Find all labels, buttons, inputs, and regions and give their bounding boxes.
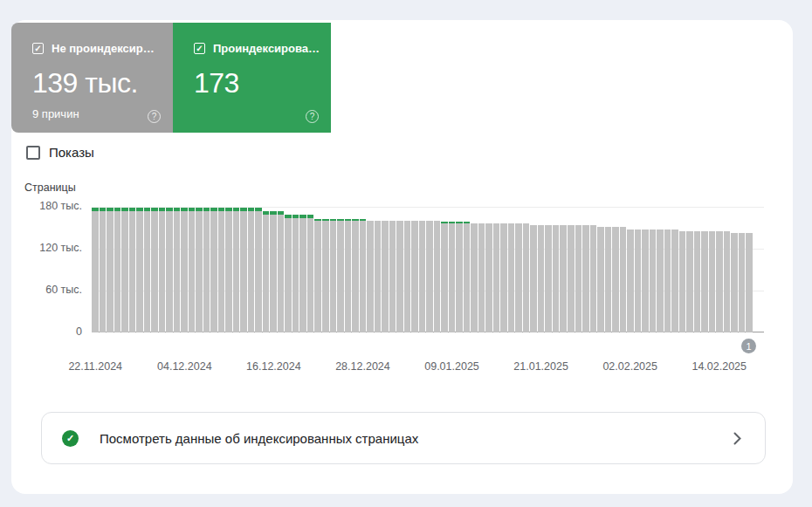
bar[interactable]	[210, 208, 217, 332]
checkbox-indexed[interactable]: ✓	[194, 43, 205, 54]
bar[interactable]	[248, 208, 255, 332]
bar[interactable]	[203, 208, 210, 332]
bar[interactable]	[515, 223, 522, 332]
bar[interactable]	[724, 231, 731, 332]
bar[interactable]	[174, 208, 181, 332]
bar[interactable]	[582, 225, 589, 332]
bar[interactable]	[597, 227, 604, 332]
bar[interactable]	[471, 223, 478, 332]
card-indexed[interactable]: ✓ Проиндексирова… 173 ?	[173, 23, 331, 133]
bar[interactable]	[396, 221, 403, 332]
bar[interactable]	[285, 215, 292, 332]
bar[interactable]	[449, 222, 456, 332]
view-indexed-pages-banner[interactable]: ✓ Посмотреть данные об индексированных с…	[41, 412, 766, 464]
bar[interactable]	[716, 231, 723, 332]
bar[interactable]	[441, 222, 448, 332]
bar[interactable]	[404, 221, 411, 332]
bar[interactable]	[255, 208, 262, 332]
bar[interactable]	[367, 221, 374, 332]
bar[interactable]	[426, 221, 433, 332]
bar[interactable]	[107, 208, 114, 332]
bar[interactable]	[731, 233, 738, 332]
bar[interactable]	[650, 230, 657, 332]
bar[interactable]	[523, 223, 530, 332]
bar[interactable]	[605, 227, 612, 332]
bar[interactable]	[100, 208, 107, 332]
bar[interactable]	[151, 208, 158, 332]
bar[interactable]	[270, 211, 277, 332]
bar[interactable]	[560, 225, 567, 332]
bar[interactable]	[121, 208, 128, 332]
bar[interactable]	[181, 208, 188, 332]
bar[interactable]	[337, 219, 344, 332]
bar[interactable]	[389, 221, 396, 332]
bar[interactable]	[411, 221, 418, 332]
bar[interactable]	[530, 225, 537, 332]
help-icon[interactable]: ?	[306, 110, 319, 123]
bar[interactable]	[129, 208, 136, 332]
bar[interactable]	[196, 208, 203, 332]
bar[interactable]	[464, 222, 471, 332]
bar[interactable]	[627, 230, 634, 332]
bar[interactable]	[314, 219, 321, 332]
bar[interactable]	[493, 223, 500, 332]
bar[interactable]	[299, 215, 306, 332]
bar[interactable]	[538, 225, 545, 332]
bar[interactable]	[240, 208, 247, 332]
bar[interactable]	[159, 208, 166, 332]
checkbox-impressions[interactable]	[26, 146, 40, 160]
bar[interactable]	[345, 219, 352, 332]
bar[interactable]	[136, 208, 143, 332]
bar[interactable]	[701, 231, 708, 332]
chevron-right-icon[interactable]	[733, 431, 742, 446]
bar[interactable]	[664, 230, 671, 332]
bar[interactable]	[575, 225, 582, 332]
bar[interactable]	[225, 208, 232, 332]
bar[interactable]	[694, 231, 701, 332]
bar[interactable]	[739, 233, 746, 332]
bar[interactable]	[485, 223, 492, 332]
bar[interactable]	[360, 219, 367, 332]
bar[interactable]	[166, 208, 173, 332]
bar[interactable]	[292, 215, 299, 332]
bar[interactable]	[263, 211, 270, 332]
bar[interactable]	[330, 219, 337, 332]
checkbox-not-indexed[interactable]: ✓	[32, 43, 44, 54]
bar[interactable]	[307, 215, 314, 332]
bar[interactable]	[434, 221, 441, 332]
bar[interactable]	[278, 211, 285, 332]
bar[interactable]	[114, 208, 121, 332]
bar[interactable]	[419, 221, 426, 332]
bar[interactable]	[375, 221, 382, 332]
bar[interactable]	[620, 227, 627, 332]
bar[interactable]	[642, 230, 649, 332]
bar[interactable]	[590, 225, 597, 332]
bar[interactable]	[568, 225, 575, 332]
bar[interactable]	[686, 231, 693, 332]
bar-indexed-cap	[92, 208, 99, 211]
bar[interactable]	[92, 208, 99, 332]
bar[interactable]	[233, 208, 240, 332]
bar[interactable]	[545, 225, 552, 332]
bar[interactable]	[456, 222, 463, 332]
bar[interactable]	[612, 227, 619, 332]
bar[interactable]	[746, 233, 753, 332]
bar[interactable]	[553, 225, 560, 332]
help-icon[interactable]: ?	[148, 110, 161, 123]
bar[interactable]	[635, 230, 642, 332]
bar[interactable]	[657, 230, 664, 332]
impressions-toggle[interactable]: Показы	[26, 145, 94, 160]
card-not-indexed[interactable]: ✓ Не проиндексир… 139 тыс. 9 причин ?	[11, 23, 173, 133]
bar[interactable]	[671, 230, 678, 332]
bar[interactable]	[322, 219, 329, 332]
bar[interactable]	[500, 223, 507, 332]
bar[interactable]	[382, 221, 389, 332]
bar[interactable]	[218, 208, 225, 332]
bar[interactable]	[144, 208, 151, 332]
bar[interactable]	[352, 219, 359, 332]
bar[interactable]	[679, 231, 686, 332]
bar[interactable]	[508, 223, 515, 332]
bar[interactable]	[478, 223, 485, 332]
bar[interactable]	[709, 231, 716, 332]
bar[interactable]	[189, 208, 196, 332]
